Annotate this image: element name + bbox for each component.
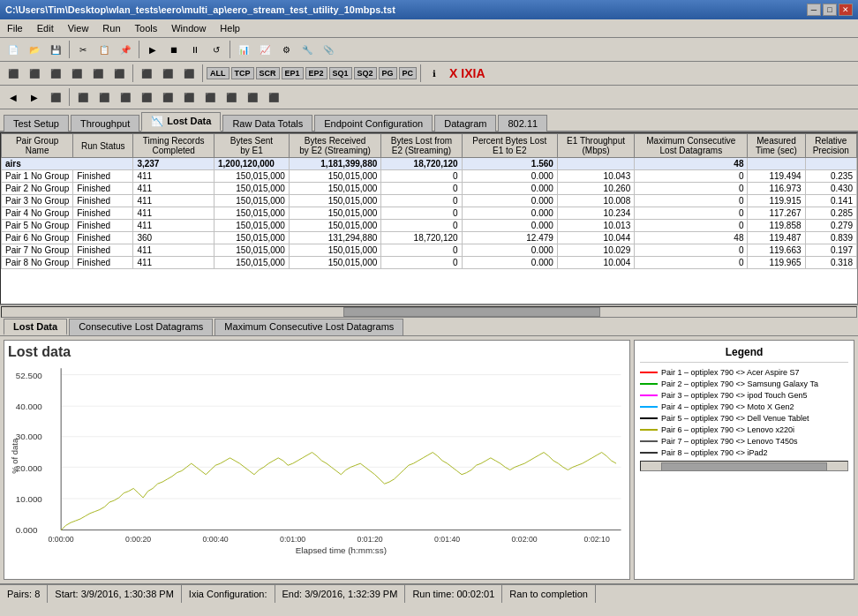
tb2-info[interactable]: ℹ [425, 64, 444, 83]
tb2-b8[interactable]: ⬛ [158, 64, 177, 83]
cell-time: 119.858 [748, 220, 805, 232]
ep1-label[interactable]: EP1 [282, 67, 304, 79]
menu-run[interactable]: Run [95, 21, 127, 35]
status-bar: Pairs: 8 Start: 3/9/2016, 1:30:38 PM Ixi… [0, 583, 858, 603]
tb-b9[interactable]: 📎 [319, 40, 338, 59]
ep2-label[interactable]: EP2 [305, 67, 327, 79]
tb3-b8[interactable]: ⬛ [158, 87, 177, 107]
tb3-b9[interactable]: ⬛ [179, 87, 199, 107]
cell-precision: 0.141 [805, 195, 856, 207]
data-table-container[interactable]: Pair GroupName Run Status Timing Records… [0, 132, 858, 304]
close-button[interactable]: ✕ [839, 4, 853, 16]
table-row[interactable]: Pair 5 No Group Finished 411 150,015,000… [2, 220, 857, 232]
cell-precision: 0.235 [805, 170, 856, 183]
table-row[interactable]: Pair 4 No Group Finished 411 150,015,000… [2, 207, 857, 220]
scr-label[interactable]: SCR [256, 67, 280, 79]
all-label[interactable]: ALL [207, 67, 230, 79]
tb2-b9[interactable]: ⬛ [179, 64, 199, 83]
tb-b2[interactable]: ⏹ [164, 40, 184, 59]
pg-label[interactable]: PG [379, 67, 397, 79]
tab-endpoint[interactable]: Endpoint Configuration [314, 115, 433, 131]
tb2-b7[interactable]: ⬛ [137, 64, 156, 83]
menu-help[interactable]: Help [213, 21, 247, 35]
title-buttons[interactable]: ─ □ ✕ [807, 4, 853, 16]
sq2-label[interactable]: SQ2 [354, 67, 377, 79]
maximize-button[interactable]: □ [823, 4, 837, 16]
pc-label[interactable]: PC [399, 67, 418, 79]
tb-b4[interactable]: ↺ [207, 40, 226, 59]
cell-precision: 0.197 [805, 244, 856, 257]
tb-b3[interactable]: ⏸ [185, 40, 205, 59]
chart-tab-max-consec[interactable]: Maximum Consecutive Lost Datagrams [214, 319, 403, 335]
tb2-b4[interactable]: ⬛ [67, 64, 87, 83]
minimize-button[interactable]: ─ [807, 4, 821, 16]
legend-line-2 [640, 394, 658, 396]
cell-status: Finished [73, 220, 133, 232]
sq1-label[interactable]: SQ1 [329, 67, 352, 79]
tb3-b2[interactable]: ▶ [25, 87, 44, 107]
table-row[interactable]: Pair 7 No Group Finished 411 150,015,000… [2, 244, 857, 257]
cell-records: 411 [133, 207, 214, 220]
tb3-b3[interactable]: ⬛ [46, 87, 65, 107]
tb3-b7[interactable]: ⬛ [137, 87, 156, 107]
tb3-b1[interactable]: ◀ [4, 87, 23, 107]
cell-bytes-sent: 150,015,000 [214, 220, 289, 232]
status-ixia: Ixia Configuration: [182, 585, 275, 603]
menu-edit[interactable]: Edit [30, 21, 61, 35]
tb2-b5[interactable]: ⬛ [88, 64, 108, 83]
tb2-b3[interactable]: ⬛ [46, 64, 65, 83]
legend-line-4 [640, 417, 658, 419]
svg-text:0:00:20: 0:00:20 [125, 535, 151, 544]
table-row[interactable]: Pair 3 No Group Finished 411 150,015,000… [2, 195, 857, 207]
tb3-b4[interactable]: ⬛ [73, 87, 93, 107]
chart-tab-consec[interactable]: Consecutive Lost Datagrams [69, 319, 213, 335]
tab-throughput[interactable]: Throughput [71, 115, 139, 131]
tb3-b10[interactable]: ⬛ [200, 87, 220, 107]
tcp-label[interactable]: TCP [231, 67, 254, 79]
tb2-b2[interactable]: ⬛ [25, 64, 44, 83]
tb2-b1[interactable]: ⬛ [4, 64, 23, 83]
table-row[interactable]: Pair 8 No Group Finished 411 150,015,000… [2, 257, 857, 269]
table-row[interactable]: Pair 2 No Group Finished 411 150,015,000… [2, 183, 857, 195]
tb-b5[interactable]: 📊 [234, 40, 253, 59]
chart-tab-lost-data[interactable]: Lost Data [4, 319, 67, 335]
tb3-b11[interactable]: ⬛ [222, 87, 241, 107]
tb-paste[interactable]: 📌 [116, 40, 135, 59]
tb-open[interactable]: 📂 [25, 40, 44, 59]
tab-test-setup[interactable]: Test Setup [4, 115, 69, 131]
menu-file[interactable]: File [0, 21, 30, 35]
status-pairs: Pairs: 8 [0, 585, 48, 603]
tb3-b12[interactable]: ⬛ [243, 87, 262, 107]
cell-status: Finished [73, 232, 133, 244]
tb-save[interactable]: 💾 [46, 40, 65, 59]
tab-raw-data[interactable]: Raw Data Totals [222, 115, 312, 131]
tab-80211[interactable]: 802.11 [498, 115, 547, 131]
tb2-b6[interactable]: ⬛ [109, 64, 129, 83]
tb-b8[interactable]: 🔧 [297, 40, 317, 59]
tb-b1[interactable]: ▶ [143, 40, 162, 59]
cell-throughput: 10.008 [557, 195, 634, 207]
chart-title: Lost data [8, 344, 626, 360]
tb-new[interactable]: 📄 [4, 40, 23, 59]
menu-window[interactable]: Window [164, 21, 213, 35]
tb-b7[interactable]: ⚙ [276, 40, 296, 59]
th-max-consec: Maximum ConsecutiveLost Datagrams [635, 134, 748, 158]
legend-items: Pair 1 – optiplex 790 <> Acer Aspire S7 … [640, 368, 848, 457]
tb-b6[interactable]: 📈 [255, 40, 275, 59]
tb-cut[interactable]: ✂ [73, 40, 93, 59]
tb3-b13[interactable]: ⬛ [264, 87, 283, 107]
menu-tools[interactable]: Tools [128, 21, 165, 35]
menu-view[interactable]: View [61, 21, 96, 35]
cell-status: Finished [73, 244, 133, 257]
cell-time: 119.915 [748, 195, 805, 207]
table-row[interactable]: Pair 1 No Group Finished 411 150,015,000… [2, 170, 857, 183]
table-row[interactable]: Pair 6 No Group Finished 360 150,015,000… [2, 232, 857, 244]
h-scrollbar[interactable] [0, 304, 858, 317]
th-timing-records: Timing RecordsCompleted [133, 134, 214, 158]
tab-lost-data[interactable]: 📉Lost Data [141, 112, 221, 131]
cell-bytes-sent: 150,015,000 [214, 232, 289, 244]
tab-datagram[interactable]: Datagram [434, 115, 496, 131]
tb3-b6[interactable]: ⬛ [116, 87, 135, 107]
tb-copy[interactable]: 📋 [94, 40, 114, 59]
tb3-b5[interactable]: ⬛ [94, 87, 114, 107]
